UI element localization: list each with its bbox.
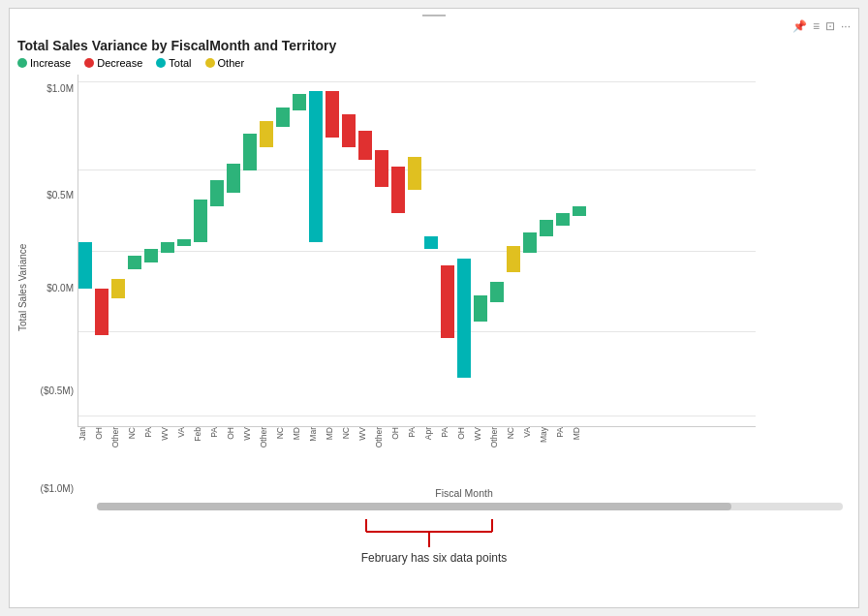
chart-inner: JanOHOtherNCPAWVVAFebPAOHWVOtherNCMDMarM… [78,75,851,501]
total-dot [156,58,166,68]
x-label: NC [341,427,357,439]
y-tick-neg05m: ($0.5M) [41,385,74,396]
x-label: PA [555,427,572,438]
card-header: 📌 ≡ ⊡ ··· [17,16,851,36]
bar[interactable] [260,121,273,147]
bar[interactable] [408,157,421,190]
legend-decrease: Decrease [84,57,142,69]
legend-other: Other [205,57,245,69]
bar[interactable] [210,180,224,206]
x-label: WV [357,427,374,441]
other-dot [205,58,215,68]
x-label: Jan [78,427,94,441]
bar[interactable] [111,279,125,298]
bar[interactable] [556,213,570,227]
bar[interactable] [441,265,454,338]
other-label: Other [218,57,245,69]
bar[interactable] [309,91,323,242]
bar[interactable] [375,150,388,186]
menu-icon[interactable]: ≡ [813,19,820,33]
x-label: Mar [308,427,325,442]
x-label: MD [572,427,588,440]
y-tick-05m: $0.5M [46,190,74,200]
bar[interactable] [358,131,372,161]
x-axis-title: Fiscal Month [78,485,851,501]
bar[interactable] [161,242,174,252]
bar[interactable] [457,259,471,377]
bar[interactable] [474,295,487,322]
x-label: NC [506,427,522,439]
y-tick-neg1m: ($1.0M) [41,483,74,494]
scrollbar-container [17,503,851,510]
x-label: NC [275,427,292,439]
x-label: May [539,427,555,443]
x-label: OH [390,427,407,440]
header-icons: 📌 ≡ ⊡ ··· [792,19,851,33]
x-label: WV [473,427,489,441]
chart-area: Total Sales Variance $1.0M $0.5M $0.0M (… [17,75,851,501]
x-label: Apr [423,427,440,440]
x-label: OH [226,427,242,440]
bar[interactable] [573,206,586,216]
annotation-text: February has six data points [17,551,851,565]
decrease-dot [84,58,94,68]
expand-icon[interactable]: ⊡ [825,19,835,33]
gridline-4 [78,331,756,332]
bar[interactable] [128,256,141,269]
x-label: PA [440,427,456,438]
x-label: PA [407,427,423,438]
bar[interactable] [78,242,92,289]
y-tick-1m: $1.0M [46,83,74,94]
bar[interactable] [490,282,504,301]
gridline-3 [78,251,756,252]
x-label: Other [110,427,127,447]
x-label: Other [489,427,506,447]
bar[interactable] [424,236,438,250]
chart-card: 📌 ≡ ⊡ ··· Total Sales Variance by Fiscal… [9,8,859,608]
y-axis-label: Total Sales Variance [17,75,35,501]
chart-title: Total Sales Variance by FiscalMonth and … [17,38,851,53]
annotation-svg [289,514,579,553]
x-label: OH [456,427,473,440]
bar[interactable] [95,289,108,335]
x-label: Other [259,427,275,447]
x-label: PA [209,427,226,438]
x-label: MD [292,427,308,440]
total-label: Total [169,57,191,69]
pin-icon[interactable]: 📌 [792,19,807,33]
grid-bars [78,75,756,427]
bar[interactable] [276,108,290,127]
more-icon[interactable]: ··· [841,19,851,33]
x-label: OH [94,427,110,440]
x-label: WV [160,427,176,441]
x-label: NC [127,427,143,439]
drag-handle [422,15,446,16]
annotation-area: February has six data points [17,514,851,565]
bar[interactable] [144,249,158,262]
legend-increase: Increase [17,57,71,69]
bar[interactable] [326,91,339,138]
x-axis: JanOHOtherNCPAWVVAFebPAOHWVOtherNCMDMarM… [78,427,756,485]
bar[interactable] [507,246,520,272]
bar[interactable] [391,167,405,213]
bar[interactable] [177,239,191,246]
x-label: Other [374,427,390,447]
gridline-1 [78,81,756,82]
legend-total: Total [156,57,191,69]
y-axis-ticks: $1.0M $0.5M $0.0M ($0.5M) ($1.0M) [35,75,78,501]
bar[interactable] [523,232,537,252]
scrollbar-thumb[interactable] [97,503,731,510]
bar[interactable] [293,94,306,110]
decrease-label: Decrease [97,57,142,69]
bar[interactable] [227,164,240,194]
scrollbar[interactable] [97,503,843,510]
chart-legend: Increase Decrease Total Other [17,57,851,69]
increase-label: Increase [30,57,71,69]
bar[interactable] [540,220,553,236]
x-label: VA [176,427,193,438]
increase-dot [17,58,27,68]
bar[interactable] [243,134,257,169]
bar[interactable] [194,200,207,242]
x-label: Feb [193,427,209,442]
bar[interactable] [342,114,356,147]
